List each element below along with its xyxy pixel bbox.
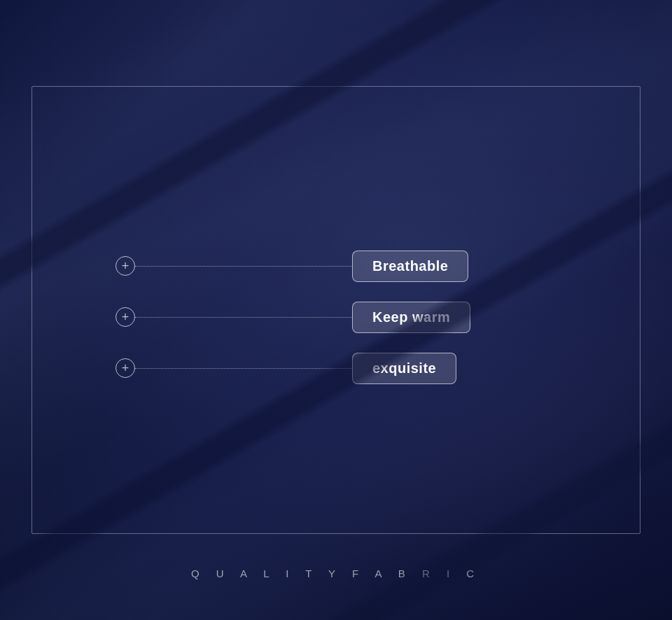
footer-text: Q U A L I T Y F A B R I C [31, 568, 640, 579]
dotted-line-exquisite [135, 368, 352, 369]
feature-badge-breathable[interactable]: Breathable [352, 251, 468, 282]
main-frame: + Breathable + Keep warm + exquisite [31, 86, 640, 534]
dotted-line-keep-warm [135, 317, 352, 318]
dotted-line-breathable [135, 266, 352, 267]
plus-circle-icon-exquisite: + [115, 358, 135, 378]
plus-circle-icon-breathable: + [115, 256, 135, 276]
feature-row-keep-warm: + Keep warm [115, 302, 470, 333]
feature-badge-keep-warm[interactable]: Keep warm [352, 302, 470, 333]
features-list: + Breathable + Keep warm + exquisite [115, 251, 470, 384]
content-area: + Breathable + Keep warm + exquisite [31, 86, 640, 534]
plus-circle-icon-keep-warm: + [115, 307, 135, 327]
feature-badge-exquisite[interactable]: exquisite [352, 353, 456, 384]
background: + Breathable + Keep warm + exquisite [0, 0, 672, 620]
feature-row-exquisite: + exquisite [115, 353, 470, 384]
feature-row-breathable: + Breathable [115, 251, 470, 282]
